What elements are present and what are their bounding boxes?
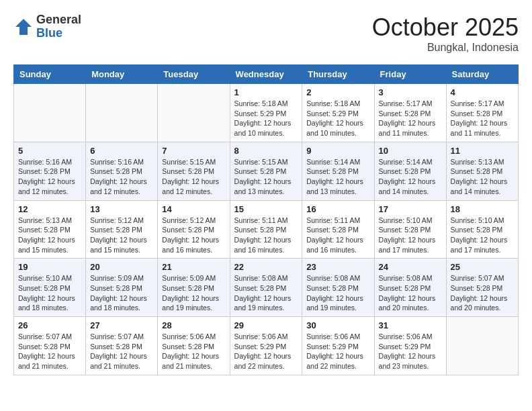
calendar-cell: 28Sunrise: 5:06 AMSunset: 5:28 PMDayligh… [158,317,230,375]
weekday-header-wednesday: Wednesday [230,65,302,84]
logo-icon [13,17,34,37]
day-number: 13 [90,204,153,214]
day-info: Sunrise: 5:10 AMSunset: 5:28 PMDaylight:… [379,216,442,255]
calendar-cell: 10Sunrise: 5:14 AMSunset: 5:28 PMDayligh… [374,142,446,200]
weekday-header-saturday: Saturday [446,65,518,84]
calendar-cell: 27Sunrise: 5:07 AMSunset: 5:28 PMDayligh… [86,317,158,375]
day-number: 28 [162,320,225,330]
calendar-week-3: 12Sunrise: 5:13 AMSunset: 5:28 PMDayligh… [14,200,519,259]
day-info: Sunrise: 5:08 AMSunset: 5:28 PMDaylight:… [379,273,442,313]
day-info: Sunrise: 5:08 AMSunset: 5:28 PMDaylight:… [234,273,298,313]
day-number: 3 [379,87,442,97]
calendar-body: 1Sunrise: 5:18 AMSunset: 5:29 PMDaylight… [14,84,519,375]
weekday-row: SundayMondayTuesdayWednesdayThursdayFrid… [14,65,519,84]
calendar-cell: 25Sunrise: 5:07 AMSunset: 5:28 PMDayligh… [446,259,518,317]
calendar-cell: 16Sunrise: 5:11 AMSunset: 5:28 PMDayligh… [302,200,374,259]
calendar-cell: 20Sunrise: 5:09 AMSunset: 5:28 PMDayligh… [86,259,158,317]
calendar: SundayMondayTuesdayWednesdayThursdayFrid… [13,64,519,375]
day-info: Sunrise: 5:09 AMSunset: 5:28 PMDaylight:… [90,273,153,313]
day-number: 18 [451,204,514,214]
day-number: 22 [234,262,298,272]
calendar-cell: 17Sunrise: 5:10 AMSunset: 5:28 PMDayligh… [374,200,446,259]
calendar-cell: 31Sunrise: 5:06 AMSunset: 5:29 PMDayligh… [374,317,446,375]
day-number: 2 [306,87,369,97]
day-number: 11 [451,146,514,156]
day-info: Sunrise: 5:07 AMSunset: 5:28 PMDaylight:… [451,273,514,313]
day-number: 4 [451,87,514,97]
location: Bungkal, Indonesia [372,42,519,54]
day-number: 30 [306,320,369,330]
calendar-cell: 26Sunrise: 5:07 AMSunset: 5:28 PMDayligh… [14,317,86,375]
calendar-cell [14,84,86,142]
day-number: 27 [90,320,153,330]
calendar-cell: 29Sunrise: 5:06 AMSunset: 5:29 PMDayligh… [230,317,302,375]
calendar-cell: 6Sunrise: 5:16 AMSunset: 5:28 PMDaylight… [86,142,158,200]
calendar-cell: 15Sunrise: 5:11 AMSunset: 5:28 PMDayligh… [230,200,302,259]
day-info: Sunrise: 5:10 AMSunset: 5:28 PMDaylight:… [18,273,81,313]
day-info: Sunrise: 5:11 AMSunset: 5:28 PMDaylight:… [234,216,298,255]
calendar-cell [86,84,158,142]
logo: General Blue [13,13,81,40]
calendar-cell: 23Sunrise: 5:08 AMSunset: 5:28 PMDayligh… [302,259,374,317]
calendar-cell: 4Sunrise: 5:17 AMSunset: 5:28 PMDaylight… [446,84,518,142]
calendar-cell: 7Sunrise: 5:15 AMSunset: 5:28 PMDaylight… [158,142,230,200]
calendar-week-1: 1Sunrise: 5:18 AMSunset: 5:29 PMDaylight… [14,84,519,142]
day-number: 31 [379,320,442,330]
weekday-header-tuesday: Tuesday [158,65,230,84]
day-info: Sunrise: 5:06 AMSunset: 5:29 PMDaylight:… [234,332,298,371]
day-number: 25 [451,262,514,272]
day-info: Sunrise: 5:12 AMSunset: 5:28 PMDaylight:… [90,216,153,255]
day-info: Sunrise: 5:06 AMSunset: 5:29 PMDaylight:… [306,332,369,371]
day-info: Sunrise: 5:13 AMSunset: 5:28 PMDaylight:… [451,157,514,197]
day-info: Sunrise: 5:17 AMSunset: 5:28 PMDaylight:… [451,99,514,138]
calendar-cell: 24Sunrise: 5:08 AMSunset: 5:28 PMDayligh… [374,259,446,317]
day-info: Sunrise: 5:06 AMSunset: 5:28 PMDaylight:… [162,332,225,371]
page-header: General Blue October 2025 Bungkal, Indon… [13,13,519,54]
calendar-cell: 30Sunrise: 5:06 AMSunset: 5:29 PMDayligh… [302,317,374,375]
day-number: 19 [18,262,81,272]
day-number: 6 [90,146,153,156]
day-info: Sunrise: 5:07 AMSunset: 5:28 PMDaylight:… [90,332,153,371]
day-info: Sunrise: 5:15 AMSunset: 5:28 PMDaylight:… [162,157,225,197]
day-number: 5 [18,146,81,156]
day-info: Sunrise: 5:12 AMSunset: 5:28 PMDaylight:… [162,216,225,255]
day-info: Sunrise: 5:16 AMSunset: 5:28 PMDaylight:… [18,157,81,197]
weekday-header-friday: Friday [374,65,446,84]
day-number: 23 [306,262,369,272]
day-number: 16 [306,204,369,214]
calendar-cell: 3Sunrise: 5:17 AMSunset: 5:28 PMDaylight… [374,84,446,142]
day-info: Sunrise: 5:15 AMSunset: 5:28 PMDaylight:… [234,157,298,197]
calendar-week-2: 5Sunrise: 5:16 AMSunset: 5:28 PMDaylight… [14,142,519,200]
day-info: Sunrise: 5:11 AMSunset: 5:28 PMDaylight:… [306,216,369,255]
calendar-week-4: 19Sunrise: 5:10 AMSunset: 5:28 PMDayligh… [14,259,519,317]
calendar-cell: 1Sunrise: 5:18 AMSunset: 5:29 PMDaylight… [230,84,302,142]
weekday-header-thursday: Thursday [302,65,374,84]
calendar-cell: 2Sunrise: 5:18 AMSunset: 5:29 PMDaylight… [302,84,374,142]
day-info: Sunrise: 5:18 AMSunset: 5:29 PMDaylight:… [234,99,298,138]
calendar-cell: 5Sunrise: 5:16 AMSunset: 5:28 PMDaylight… [14,142,86,200]
calendar-cell: 19Sunrise: 5:10 AMSunset: 5:28 PMDayligh… [14,259,86,317]
calendar-cell: 9Sunrise: 5:14 AMSunset: 5:28 PMDaylight… [302,142,374,200]
calendar-cell [158,84,230,142]
calendar-week-5: 26Sunrise: 5:07 AMSunset: 5:28 PMDayligh… [14,317,519,375]
day-number: 21 [162,262,225,272]
calendar-cell: 11Sunrise: 5:13 AMSunset: 5:28 PMDayligh… [446,142,518,200]
day-info: Sunrise: 5:16 AMSunset: 5:28 PMDaylight:… [90,157,153,197]
calendar-cell [446,317,518,375]
day-number: 20 [90,262,153,272]
day-number: 10 [379,146,442,156]
day-number: 29 [234,320,298,330]
svg-marker-0 [15,19,32,35]
day-info: Sunrise: 5:14 AMSunset: 5:28 PMDaylight:… [379,157,442,197]
day-number: 26 [18,320,81,330]
logo-blue: Blue [36,27,81,40]
weekday-header-sunday: Sunday [14,65,86,84]
day-number: 15 [234,204,298,214]
day-info: Sunrise: 5:10 AMSunset: 5:28 PMDaylight:… [451,216,514,255]
day-number: 8 [234,146,298,156]
calendar-header: SundayMondayTuesdayWednesdayThursdayFrid… [14,65,519,84]
title-block: October 2025 Bungkal, Indonesia [372,13,519,54]
calendar-cell: 22Sunrise: 5:08 AMSunset: 5:28 PMDayligh… [230,259,302,317]
day-info: Sunrise: 5:13 AMSunset: 5:28 PMDaylight:… [18,216,81,255]
calendar-cell: 8Sunrise: 5:15 AMSunset: 5:28 PMDaylight… [230,142,302,200]
